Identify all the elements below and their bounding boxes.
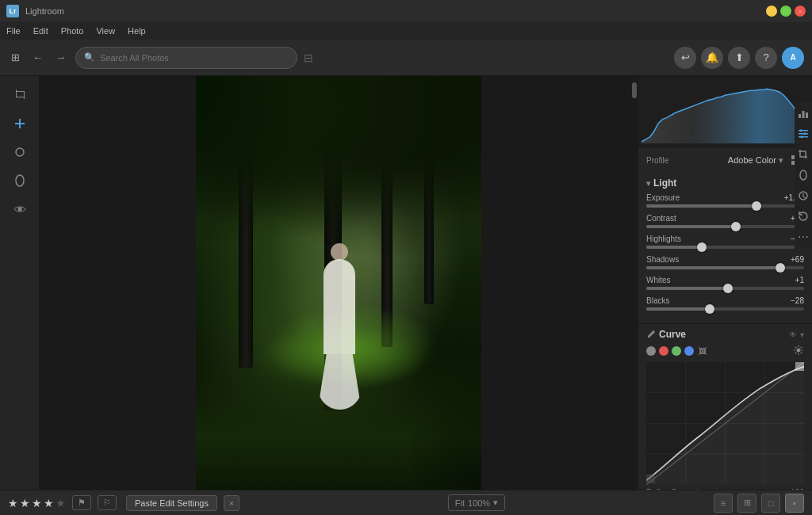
svg-point-12 [804, 132, 806, 135]
contrast-thumb[interactable] [731, 222, 741, 231]
blacks-label: Blacks [646, 296, 669, 305]
search-bar[interactable]: 🔍 [75, 47, 297, 69]
grid-view-button-bottom[interactable]: ≡ [714, 494, 733, 513]
profile-label: Profile [646, 156, 668, 165]
blacks-thumb[interactable] [705, 304, 714, 314]
history-icon[interactable] [796, 209, 810, 223]
compare-view-button[interactable]: □ [761, 494, 780, 513]
crop-icon[interactable] [796, 147, 810, 162]
histogram-icon[interactable] [796, 106, 810, 120]
help-button[interactable]: ? [755, 47, 777, 69]
star-1[interactable]: ★ [8, 497, 18, 509]
profile-avatar[interactable]: A [782, 47, 804, 69]
whites-label: Whites [646, 276, 671, 284]
star-rating: ★ ★ ★ ★ ★ [8, 497, 66, 509]
svg-rect-6 [802, 111, 805, 118]
curve-dot-green[interactable] [672, 346, 681, 356]
highlights-thumb[interactable] [697, 242, 707, 252]
blacks-fill [646, 307, 710, 311]
blacks-value: −28 [791, 296, 804, 305]
search-input[interactable] [100, 53, 289, 63]
activity-icon[interactable] [796, 189, 810, 203]
svg-point-21 [797, 349, 801, 353]
blacks-track[interactable] [646, 307, 804, 311]
contrast-track[interactable] [646, 225, 804, 228]
crop-tool[interactable] [7, 82, 33, 108]
light-chevron: ▾ [646, 179, 650, 188]
shadows-track[interactable] [646, 266, 804, 269]
svg-point-13 [801, 135, 803, 138]
star-5[interactable]: ★ [56, 497, 66, 509]
menu-help[interactable]: Help [128, 26, 146, 36]
blacks-slider-row: Blacks −28 [646, 296, 804, 311]
pencil-icon [646, 330, 656, 339]
close-paste-button[interactable]: × [224, 495, 239, 511]
curve-canvas[interactable] [646, 362, 804, 485]
curve-eye-icon[interactable]: 👁 [789, 330, 797, 339]
curve-settings-icon[interactable] [793, 345, 804, 357]
curve-expand-icon[interactable]: ▾ [800, 330, 804, 339]
maximize-button[interactable]: □ [780, 6, 791, 17]
loupe-view-button[interactable]: ▪ [785, 494, 804, 513]
whites-slider-row: Whites +1 [646, 276, 804, 290]
heal-tool[interactable] [7, 139, 33, 165]
menubar: File Edit Photo View Help [0, 22, 812, 40]
sliders-icon[interactable] [796, 127, 810, 141]
undo-button[interactable]: ↩ [674, 47, 696, 69]
paste-edit-settings-button[interactable]: Paste Edit Settings [126, 495, 217, 511]
share-button[interactable]: ⬆ [728, 47, 750, 69]
exposure-slider-row: Exposure +1.88 [646, 193, 804, 208]
menu-photo[interactable]: Photo [61, 26, 84, 36]
shadows-slider-row: Shadows +69 [646, 255, 804, 269]
flag-pick-button[interactable]: ⚑ [72, 495, 91, 510]
mask-tool[interactable] [7, 168, 33, 193]
menu-view[interactable]: View [96, 26, 115, 36]
curve-dot-blue[interactable] [684, 346, 694, 356]
curve-title: Curve [646, 329, 686, 340]
star-2[interactable]: ★ [20, 497, 30, 509]
minimize-button[interactable]: − [766, 6, 777, 17]
curve-dot-red[interactable] [659, 346, 668, 356]
forward-button[interactable]: → [52, 48, 69, 67]
star-3[interactable]: ★ [32, 497, 42, 509]
more-icon[interactable]: ⋯ [796, 230, 810, 244]
exposure-thumb[interactable] [752, 201, 761, 211]
menu-file[interactable]: File [6, 26, 21, 36]
profile-value[interactable]: Adobe Color ▾ [728, 155, 783, 166]
svg-rect-7 [806, 113, 808, 118]
close-button[interactable]: × [795, 6, 806, 17]
curve-dot-all[interactable] [646, 346, 656, 356]
scroll-thumb[interactable] [632, 82, 637, 98]
whites-value: +1 [795, 276, 804, 284]
whites-track[interactable] [646, 287, 804, 290]
whites-thumb[interactable] [723, 284, 733, 293]
grid-view-button[interactable]: ⊞ [8, 48, 23, 67]
shadows-fill [646, 266, 780, 269]
vertical-scrollbar[interactable] [631, 76, 638, 490]
photo-container [196, 76, 481, 490]
svg-point-11 [800, 129, 802, 132]
shadows-thumb[interactable] [776, 263, 785, 273]
flag-reject-button[interactable]: ⚐ [98, 495, 117, 510]
filter-icon[interactable]: ⊟ [304, 52, 313, 64]
filmstrip-view-button[interactable]: ⊞ [737, 494, 756, 513]
right-icon-strip: ⋯ [795, 101, 812, 249]
app-icon: Lr [6, 5, 19, 17]
notifications-button[interactable]: 🔔 [701, 47, 723, 69]
svg-rect-1 [19, 119, 21, 128]
back-button[interactable]: ← [29, 48, 46, 67]
highlights-track[interactable] [646, 246, 804, 249]
redeye-tool[interactable] [7, 196, 33, 222]
exposure-track[interactable] [646, 204, 804, 208]
curve-pin-icon[interactable] [697, 345, 708, 357]
bottom-center: Fit 100% ▾ [246, 494, 707, 511]
mask-icon[interactable] [796, 168, 810, 182]
star-4[interactable]: ★ [44, 497, 54, 509]
highlights-fill [646, 246, 702, 249]
edit-tool[interactable] [7, 111, 33, 136]
menu-edit[interactable]: Edit [33, 26, 48, 36]
fit-zoom-button[interactable]: Fit 100% ▾ [448, 494, 505, 511]
curve-header: Curve 👁 ▾ [638, 324, 812, 343]
shadows-value: +69 [791, 255, 804, 264]
light-section-header[interactable]: ▾ Light 👁 [646, 177, 804, 189]
